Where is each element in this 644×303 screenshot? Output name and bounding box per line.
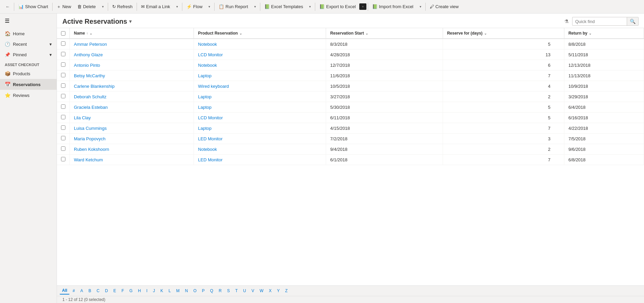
row-checkbox[interactable] [61,83,65,88]
name-link[interactable]: Ammar Peterson [74,42,107,47]
pagination-letter-i[interactable]: I [144,287,150,294]
product-link[interactable]: LCD Monitor [198,52,223,57]
pagination-letter-j[interactable]: J [150,287,157,294]
pagination-letter-e[interactable]: E [111,287,118,294]
pagination-letter-k[interactable]: K [158,287,165,294]
quick-find-button[interactable]: 🔍 [627,17,638,25]
pagination-letter-f[interactable]: F [119,287,126,294]
show-chart-button[interactable]: 📊 Show Chart [16,3,51,11]
pagination-letter-r[interactable]: R [216,287,224,294]
hamburger-menu[interactable]: ☰ [0,14,57,28]
pagination-letter-g[interactable]: G [127,287,135,294]
pagination-letter-l[interactable]: L [166,287,173,294]
pagination-letter-n[interactable]: N [183,287,190,294]
pagination-letter-x[interactable]: X [266,287,274,294]
flow-button[interactable]: ⚡ Flow [184,3,205,11]
row-checkbox[interactable] [61,52,65,56]
pagination-letter-m[interactable]: M [174,287,182,294]
row-checkbox[interactable] [61,157,65,161]
pagination-letter-s[interactable]: S [225,287,232,294]
new-button[interactable]: ＋ New [54,2,74,11]
product-link[interactable]: Notebook [198,63,217,68]
col-name[interactable]: Name ↑ ⌄ [70,28,194,39]
product-link[interactable]: Wired keyboard [198,84,229,89]
name-link[interactable]: Luisa Cummings [74,126,107,131]
quick-find-input[interactable] [572,18,627,25]
name-link[interactable]: Graciela Esteban [74,105,108,110]
name-link[interactable]: Lila Clay [74,115,91,120]
row-checkbox[interactable] [61,62,65,67]
sidebar-item-products[interactable]: 📦 Products [0,68,57,79]
col-days[interactable]: Reserve for (days) ⌄ [443,28,564,39]
select-all-checkbox[interactable] [61,31,65,36]
pagination-letter-p[interactable]: P [200,287,207,294]
view-title-chevron-icon[interactable]: ▾ [129,19,132,24]
export-excel-dropdown[interactable]: ▾ [359,3,366,10]
row-checkbox[interactable] [61,41,65,46]
pagination-letter-b[interactable]: B [86,287,94,294]
name-link[interactable]: Maria Popovych [74,136,105,141]
filter-icon[interactable]: ⚗ [563,17,570,25]
back-button[interactable]: ← [3,3,13,11]
product-link[interactable]: LED Monitor [198,136,222,141]
name-link[interactable]: Ruben Kokshoorn [74,147,109,152]
row-checkbox[interactable] [61,94,65,98]
product-link[interactable]: Notebook [198,42,217,47]
pagination-letter-t[interactable]: T [233,287,240,294]
product-link[interactable]: LCD Monitor [198,115,223,120]
create-view-button[interactable]: 🖊 Create view [427,3,462,11]
sidebar-item-reviews[interactable]: ⭐ Reviews [0,90,57,101]
pagination-letter-all[interactable]: All [60,287,69,295]
pagination-letter-d[interactable]: D [103,287,110,294]
row-checkbox[interactable] [61,146,65,151]
product-link[interactable]: Laptop [198,94,212,99]
sidebar-item-reservations[interactable]: 📅 Reservations [0,79,57,90]
product-link[interactable]: Laptop [198,126,212,131]
row-checkbox[interactable] [61,125,65,130]
product-link[interactable]: Laptop [198,105,212,110]
name-link[interactable]: Betsy McCarthy [74,73,105,78]
name-link[interactable]: Carlene Blankenship [74,84,115,89]
row-checkbox[interactable] [61,73,65,77]
sidebar-item-home[interactable]: 🏠 Home [0,28,57,39]
pagination-letter-z[interactable]: Z [283,287,290,294]
pagination-letter-c[interactable]: C [94,287,102,294]
sidebar-item-pinned[interactable]: 📌 Pinned ▾ [0,49,57,60]
import-excel-dropdown[interactable]: ▾ [417,3,424,10]
email-link-button[interactable]: ✉ Email a Link [138,3,173,11]
pagination-letter-w[interactable]: W [257,287,266,294]
product-link[interactable]: Notebook [198,147,217,152]
col-start[interactable]: Reservation Start ⌄ [326,28,443,39]
name-link[interactable]: Ward Ketchum [74,157,103,162]
product-link[interactable]: Laptop [198,73,212,78]
col-return[interactable]: Return by ⌄ [564,28,644,39]
name-link[interactable]: Deborah Schultz [74,94,106,99]
pagination-letter-u[interactable]: U [241,287,248,294]
row-checkbox[interactable] [61,115,65,119]
row-checkbox[interactable] [61,136,65,140]
email-link-dropdown[interactable]: ▾ [174,3,181,10]
run-report-button[interactable]: 📋 Run Report [216,3,250,11]
run-report-dropdown[interactable]: ▾ [251,3,259,10]
excel-templates-button[interactable]: 📗 Excel Templates [262,3,306,11]
pagination-letter-q[interactable]: Q [208,287,216,294]
product-link[interactable]: LED Monitor [198,157,222,162]
refresh-button[interactable]: ↻ Refresh [109,3,136,11]
pagination-letter-#[interactable]: # [70,287,77,294]
export-excel-button[interactable]: 📗 Export to Excel [317,3,358,11]
delete-button[interactable]: 🗑 Delete [75,3,99,11]
excel-templates-dropdown[interactable]: ▾ [306,3,314,10]
pagination-letter-h[interactable]: H [136,287,143,294]
col-product[interactable]: Product Reservation ⌄ [194,28,326,39]
flow-dropdown[interactable]: ▾ [206,3,213,10]
import-excel-button[interactable]: 📗 Import from Excel [369,3,416,11]
pagination-letter-a[interactable]: A [78,287,85,294]
delete-dropdown[interactable]: ▾ [99,3,106,10]
pagination-letter-y[interactable]: Y [275,287,282,294]
row-checkbox[interactable] [61,104,65,109]
pagination-letter-v[interactable]: V [249,287,257,294]
pagination-letter-o[interactable]: O [191,287,199,294]
sidebar-item-recent[interactable]: 🕐 Recent ▾ [0,39,57,49]
name-link[interactable]: Anthony Glaze [74,52,103,57]
name-link[interactable]: Antonio Pinto [74,63,100,68]
